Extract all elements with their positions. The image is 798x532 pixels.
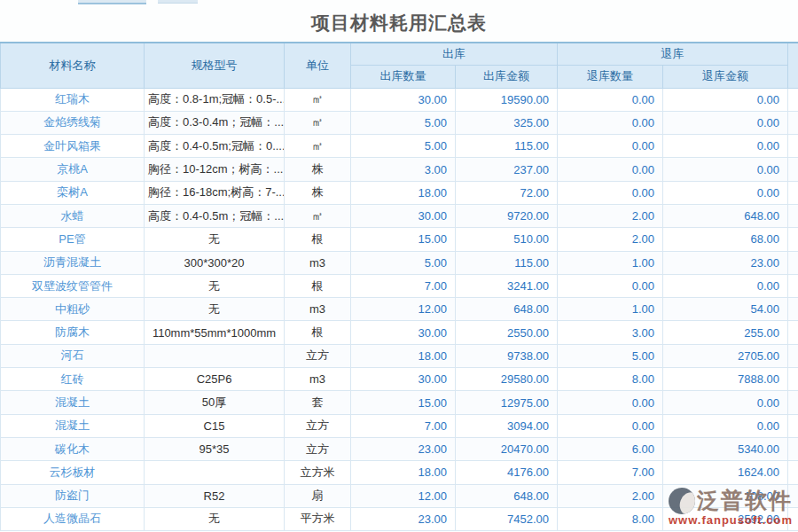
- cell-material-name[interactable]: 人造微晶石: [1, 507, 145, 530]
- cell-material-name[interactable]: 混凝土: [1, 391, 145, 414]
- cell-outbound-amount: 20470.00: [456, 437, 558, 460]
- col-header-edge-spacer: [788, 43, 798, 88]
- cell-return-amount: 2592.00: [663, 507, 788, 530]
- cell-edge-spacer: [788, 344, 798, 367]
- table-row: 红瑞木 高度：0.8-1m;冠幅：0.5-... ㎡ 30.00 19590.0…: [1, 88, 798, 111]
- cell-edge-spacer: [788, 158, 798, 181]
- cell-outbound-qty: 23.00: [351, 437, 456, 460]
- cell-material-name[interactable]: 水蜡: [1, 204, 145, 227]
- cell-spec: [145, 461, 285, 484]
- cell-return-qty: 6.00: [558, 437, 663, 460]
- cell-unit: 扇: [285, 484, 351, 507]
- cell-unit: ㎡: [285, 135, 351, 158]
- cell-material-name[interactable]: 河石: [1, 344, 145, 367]
- cell-material-name[interactable]: 红砖: [1, 368, 145, 391]
- cell-spec: 无: [145, 228, 285, 251]
- cell-return-amount: 1624.00: [663, 461, 788, 484]
- cell-material-name[interactable]: 京桃A: [1, 158, 145, 181]
- partial-top-button-1[interactable]: [78, 0, 146, 4]
- table-row: 混凝土 C15 立方 7.00 3094.00 0.00 0.00: [1, 414, 798, 437]
- table-row: 红砖 C25P6 m3 30.00 29580.00 8.00 7888.00: [1, 368, 798, 391]
- cell-unit: 根: [285, 321, 351, 344]
- cell-return-qty: 0.00: [558, 181, 663, 204]
- cell-outbound-qty: 3.00: [351, 158, 456, 181]
- cell-outbound-qty: 30.00: [351, 368, 456, 391]
- cell-return-qty: 5.00: [558, 344, 663, 367]
- cell-return-amount: 0.00: [663, 181, 788, 204]
- cell-outbound-qty: 12.00: [351, 298, 456, 321]
- cell-outbound-amount: 3094.00: [456, 414, 558, 437]
- cell-return-qty: 0.00: [558, 88, 663, 111]
- cell-outbound-amount: 4176.00: [456, 461, 558, 484]
- table-row: 水蜡 高度：0.4-0.5m；冠幅：... ㎡ 30.00 9720.00 2.…: [1, 204, 798, 227]
- cell-unit: 套: [285, 391, 351, 414]
- cell-unit: m3: [285, 298, 351, 321]
- cell-outbound-amount: 12975.00: [456, 391, 558, 414]
- cell-material-name[interactable]: 双壁波纹管管件: [1, 274, 145, 297]
- cell-material-name[interactable]: 金叶风箱果: [1, 135, 145, 158]
- cell-return-amount: 0.00: [663, 111, 788, 134]
- cell-material-name[interactable]: 栾树A: [1, 181, 145, 204]
- table-row: 河石 立方 18.00 9738.00 5.00 2705.00: [1, 344, 798, 367]
- cell-return-amount: 23.00: [663, 251, 788, 274]
- cell-return-amount: 0.00: [663, 391, 788, 414]
- cell-spec: 50厚: [145, 391, 285, 414]
- table-row: 金焰绣线菊 高度：0.3-0.4m；冠幅：... ㎡ 5.00 325.00 0…: [1, 111, 798, 134]
- cell-outbound-qty: 15.00: [351, 228, 456, 251]
- cell-material-name[interactable]: PE管: [1, 228, 145, 251]
- cell-material-name[interactable]: 沥青混凝土: [1, 251, 145, 274]
- cell-material-name[interactable]: 混凝土: [1, 414, 145, 437]
- cell-return-qty: 0.00: [558, 158, 663, 181]
- cell-unit: 立方: [285, 437, 351, 460]
- cell-outbound-amount: 7452.00: [456, 507, 558, 530]
- cell-unit: ㎡: [285, 88, 351, 111]
- cell-spec: 高度：0.4-0.5m;冠幅：0....: [145, 135, 285, 158]
- cell-material-name[interactable]: 防盗门: [1, 484, 145, 507]
- cell-outbound-qty: 15.00: [351, 391, 456, 414]
- cell-material-name[interactable]: 金焰绣线菊: [1, 111, 145, 134]
- cell-outbound-qty: 18.00: [351, 461, 456, 484]
- cell-spec: 无: [145, 507, 285, 530]
- cell-outbound-amount: 648.00: [456, 484, 558, 507]
- cell-material-name[interactable]: 云杉板材: [1, 461, 145, 484]
- cell-spec: 高度：0.4-0.5m；冠幅：...: [145, 204, 285, 227]
- cell-material-name[interactable]: 防腐木: [1, 321, 145, 344]
- cell-return-qty: 8.00: [558, 507, 663, 530]
- cell-outbound-amount: 2550.00: [456, 321, 558, 344]
- cell-unit: 根: [285, 228, 351, 251]
- table-row: 防腐木 110mm*55mm*1000mm 根 30.00 2550.00 3.…: [1, 321, 798, 344]
- cell-spec: 95*35: [145, 437, 285, 460]
- cell-return-qty: 0.00: [558, 111, 663, 134]
- cell-unit: ㎡: [285, 111, 351, 134]
- table-row: 中粗砂 无 m3 12.00 648.00 1.00 54.00: [1, 298, 798, 321]
- cell-material-name[interactable]: 中粗砂: [1, 298, 145, 321]
- col-header-outbound-qty: 出库数量: [351, 65, 456, 88]
- cell-outbound-amount: 3241.00: [456, 274, 558, 297]
- cell-outbound-qty: 23.00: [351, 507, 456, 530]
- cell-material-name[interactable]: 碳化木: [1, 437, 145, 460]
- cell-edge-spacer: [788, 181, 798, 204]
- partial-top-button-2[interactable]: [158, 0, 198, 4]
- cell-edge-spacer: [788, 298, 798, 321]
- cell-unit: 株: [285, 158, 351, 181]
- cell-outbound-qty: 18.00: [351, 181, 456, 204]
- table-row: 双壁波纹管管件 无 根 7.00 3241.00 0.00 0.00: [1, 274, 798, 297]
- material-summary-table: 材料名称 规格型号 单位 出库 退库 出库数量 出库金额 退库数量 退库金额 红…: [0, 42, 798, 531]
- cell-spec: 高度：0.8-1m;冠幅：0.5-...: [145, 88, 285, 111]
- cell-edge-spacer: [788, 414, 798, 437]
- cell-return-amount: 7888.00: [663, 368, 788, 391]
- cell-return-amount: 255.00: [663, 321, 788, 344]
- cell-edge-spacer: [788, 484, 798, 507]
- col-header-material: 材料名称: [1, 43, 145, 88]
- table-row: 云杉板材 立方米 18.00 4176.00 7.00 1624.00: [1, 461, 798, 484]
- cell-edge-spacer: [788, 507, 798, 530]
- cell-material-name[interactable]: 红瑞木: [1, 88, 145, 111]
- cell-return-amount: 68.00: [663, 228, 788, 251]
- cell-edge-spacer: [788, 368, 798, 391]
- cell-unit: m3: [285, 251, 351, 274]
- col-group-outbound: 出库: [351, 43, 558, 65]
- cell-return-qty: 7.00: [558, 461, 663, 484]
- cell-return-amount: 0.00: [663, 414, 788, 437]
- table-body: 红瑞木 高度：0.8-1m;冠幅：0.5-... ㎡ 30.00 19590.0…: [1, 88, 798, 531]
- cell-edge-spacer: [788, 437, 798, 460]
